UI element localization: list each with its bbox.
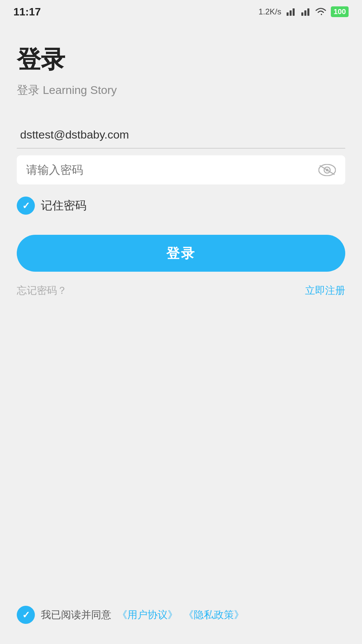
svg-rect-4 — [304, 10, 306, 16]
svg-rect-3 — [301, 12, 303, 16]
password-input[interactable] — [26, 163, 318, 176]
page-subtitle: 登录 Learning Story — [17, 83, 345, 98]
links-row: 忘记密码？ 立即注册 — [17, 284, 345, 298]
login-content: 登录 登录 Learning Story dsttest@dstbaby.com… — [0, 23, 362, 298]
status-right: 1.2K/s 100 — [258, 6, 349, 17]
password-field-container[interactable] — [17, 155, 345, 184]
status-time: 11:17 — [13, 6, 41, 18]
speed-indicator: 1.2K/s — [258, 7, 281, 16]
eye-icon — [318, 164, 336, 176]
email-value: dsttest@dstbaby.com — [20, 128, 129, 141]
wifi-icon — [315, 7, 327, 16]
forgot-password-link[interactable]: 忘记密码？ — [17, 284, 67, 298]
svg-rect-1 — [290, 10, 292, 16]
remember-label: 记住密码 — [41, 198, 86, 213]
privacy-policy-link[interactable]: 《隐私政策》 — [184, 608, 244, 622]
remember-row: ✓ 记住密码 — [17, 197, 345, 215]
toggle-password-button[interactable] — [318, 164, 336, 176]
agreement-checkbox[interactable]: ✓ — [17, 606, 35, 624]
svg-rect-2 — [293, 8, 295, 16]
user-agreement-link[interactable]: 《用户协议》 — [117, 608, 178, 622]
svg-rect-5 — [307, 8, 309, 16]
sim2-icon — [300, 6, 311, 17]
checkmark-icon: ✓ — [22, 200, 30, 211]
remember-checkbox[interactable]: ✓ — [17, 197, 35, 215]
login-form: dsttest@dstbaby.com ✓ 记住密码 登录 — [17, 121, 345, 298]
login-button[interactable]: 登录 — [17, 235, 345, 272]
email-field-container: dsttest@dstbaby.com — [17, 121, 345, 149]
bottom-agreement-bar: ✓ 我已阅读并同意 《用户协议》 《隐私政策》 — [17, 606, 345, 624]
agreement-checkmark-icon: ✓ — [22, 609, 30, 621]
status-bar: 11:17 1.2K/s 100 — [0, 0, 362, 23]
svg-rect-0 — [287, 12, 289, 16]
register-link[interactable]: 立即注册 — [305, 284, 345, 298]
page-title: 登录 — [17, 44, 345, 76]
agreement-text: 我已阅读并同意 — [41, 608, 111, 622]
sim-icon — [285, 6, 296, 17]
battery-indicator: 100 — [331, 6, 349, 17]
